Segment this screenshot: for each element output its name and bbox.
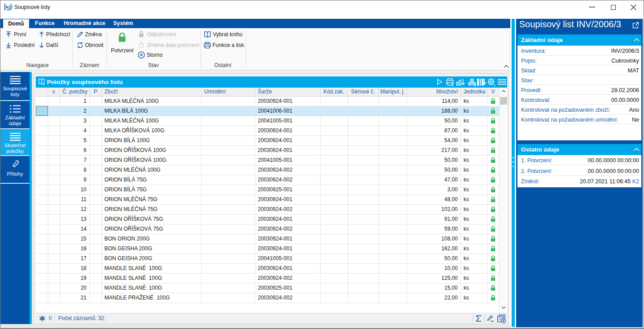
svg-text:K2: K2 <box>6 5 11 9</box>
